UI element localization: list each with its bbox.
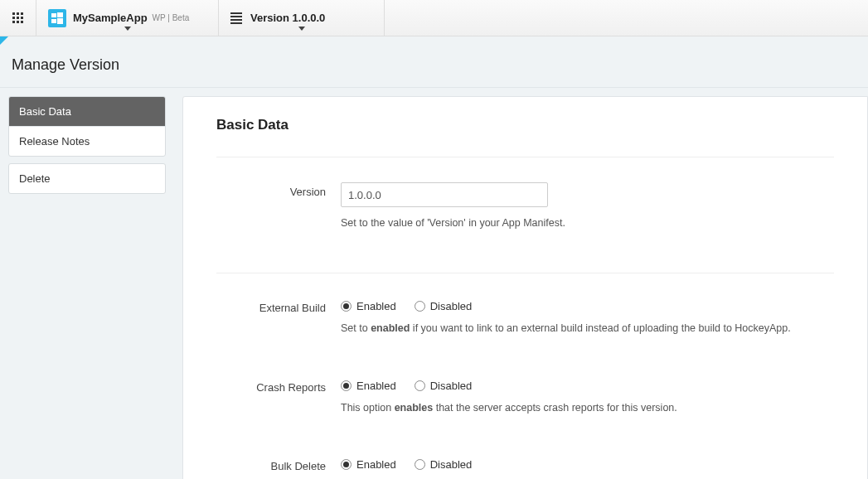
radio-dot-icon <box>415 380 425 391</box>
apps-menu[interactable] <box>0 0 36 36</box>
svg-rect-3 <box>57 18 63 24</box>
bulk-delete-enabled[interactable]: Enabled <box>341 458 396 471</box>
app-meta: WP | Beta <box>153 13 190 22</box>
crash-reports-disabled[interactable]: Disabled <box>415 380 473 392</box>
radio-dot-icon <box>415 459 425 470</box>
row-version: Version Set to the value of 'Version' in… <box>216 182 834 231</box>
panel-title: Basic Data <box>216 117 834 133</box>
version-selector[interactable]: Version 1.0.0.0 <box>219 0 385 36</box>
section-title: Manage Version <box>12 56 868 74</box>
label-bulk-delete: Bulk Delete <box>216 457 341 472</box>
nav-item-basic-data[interactable]: Basic Data <box>9 97 165 126</box>
caret-down-icon <box>298 27 305 31</box>
version-input[interactable] <box>341 182 548 207</box>
external-build-radios: Enabled Disabled <box>341 298 834 312</box>
svg-rect-1 <box>57 12 63 17</box>
svg-rect-0 <box>51 13 56 17</box>
list-icon <box>230 12 242 24</box>
nav-group-main: Basic Data Release Notes <box>8 96 166 157</box>
section-header: Manage Version <box>0 36 868 88</box>
hint-version: Set to the value of 'Version' in your Ap… <box>341 215 834 231</box>
external-build-enabled[interactable]: Enabled <box>341 300 396 312</box>
nav-item-delete[interactable]: Delete <box>9 164 165 193</box>
svg-rect-2 <box>51 19 56 23</box>
label-version: Version <box>216 182 341 198</box>
version-label: Version 1.0.0.0 <box>250 12 325 24</box>
app-platform-icon <box>48 9 66 27</box>
main-layout: Basic Data Release Notes Delete Basic Da… <box>0 88 868 479</box>
radio-dot-icon <box>341 301 352 312</box>
radio-dot-icon <box>415 301 425 312</box>
side-nav: Basic Data Release Notes Delete <box>0 88 166 479</box>
external-build-disabled[interactable]: Disabled <box>415 300 473 312</box>
row-bulk-delete: Bulk Delete Enabled Disabled Set to disa… <box>216 457 834 479</box>
nav-item-release-notes[interactable]: Release Notes <box>9 126 165 156</box>
nav-group-danger: Delete <box>8 163 166 194</box>
top-bar: MySampleApp WP | Beta Version 1.0.0.0 <box>0 0 868 36</box>
bulk-delete-radios: Enabled Disabled <box>341 457 834 471</box>
hint-external-build: Set to enabled if you want to link to an… <box>341 321 834 336</box>
caret-down-icon <box>124 27 131 31</box>
label-external-build: External Build <box>216 298 341 314</box>
row-crash-reports: Crash Reports Enabled Disabled This opti… <box>216 378 834 416</box>
crash-reports-enabled[interactable]: Enabled <box>341 380 396 392</box>
divider <box>216 273 834 273</box>
apps-grid-icon <box>12 12 24 24</box>
divider <box>216 157 834 157</box>
crash-reports-radios: Enabled Disabled <box>341 378 834 392</box>
app-selector[interactable]: MySampleApp WP | Beta <box>36 0 219 36</box>
radio-dot-icon <box>341 459 352 470</box>
app-name: MySampleApp <box>73 12 148 24</box>
hint-crash-reports: This option enables that the server acce… <box>341 400 834 416</box>
row-external-build: External Build Enabled Disabled Set to e… <box>216 298 834 336</box>
content-panel: Basic Data Version Set to the value of '… <box>182 96 868 479</box>
radio-dot-icon <box>341 380 352 391</box>
bulk-delete-disabled[interactable]: Disabled <box>415 458 473 471</box>
label-crash-reports: Crash Reports <box>216 378 341 394</box>
